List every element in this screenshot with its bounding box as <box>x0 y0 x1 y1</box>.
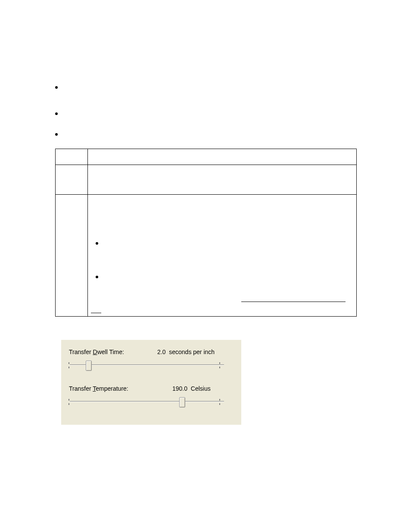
settings-panel: Transfer Dwell Time: 2.0 seconds per inc… <box>61 340 242 426</box>
underline-rule-short <box>91 313 101 313</box>
dwell-time-value: 2.0 seconds per inch <box>157 348 215 355</box>
dwell-time-label: Transfer Dwell Time: <box>69 348 124 355</box>
bullet-icon <box>55 133 58 136</box>
bullet-list-outer <box>55 86 59 136</box>
slider-track <box>70 401 224 402</box>
slider-thumb[interactable] <box>86 361 92 371</box>
page-root: Transfer Dwell Time: 2.0 seconds per inc… <box>0 0 411 532</box>
underline-rule <box>241 302 346 302</box>
temperature-slider[interactable] <box>69 396 225 408</box>
slider-thumb[interactable] <box>179 397 185 408</box>
dwell-time-field: Transfer Dwell Time: 2.0 seconds per inc… <box>69 348 233 371</box>
layout-table <box>55 149 357 317</box>
bullet-icon <box>55 86 58 89</box>
bullet-icon <box>96 276 98 278</box>
bullet-icon <box>55 112 58 115</box>
dwell-time-slider[interactable] <box>69 360 225 371</box>
temperature-label: Transfer Temperature: <box>69 385 128 392</box>
temperature-field: Transfer Temperature: 190.0 Celsius <box>69 385 233 408</box>
bullet-list-inner <box>96 242 98 309</box>
slider-track <box>70 364 224 365</box>
bullet-icon <box>96 242 98 245</box>
temperature-value: 190.0 Celsius <box>172 385 211 392</box>
